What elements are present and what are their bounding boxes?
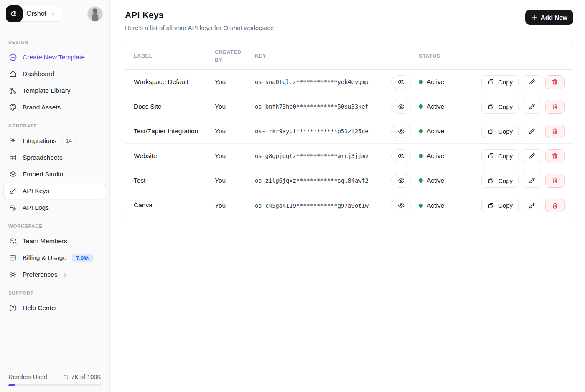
sidebar-item-label: Template Library — [23, 87, 71, 94]
updown-chevron-icon — [50, 11, 56, 17]
copy-label: Copy — [498, 202, 513, 209]
pencil-icon — [528, 202, 536, 209]
reveal-key-button[interactable] — [391, 125, 411, 138]
delete-key-button[interactable] — [545, 174, 565, 188]
sidebar-item-api-keys[interactable]: API Keys — [3, 183, 106, 199]
sidebar-item-dashboard[interactable]: Dashboard — [3, 66, 106, 82]
copy-key-button[interactable]: Copy — [481, 174, 519, 188]
sidebar-item-embed-studio[interactable]: Embed Studio — [3, 166, 106, 183]
layers-icon — [9, 170, 17, 178]
status-badge: Active — [419, 78, 481, 86]
renders-usage-panel: Renders Used 7K of 100K — [0, 367, 109, 392]
usage-percent-badge: 7.0% — [72, 254, 93, 262]
copy-key-button[interactable]: Copy — [481, 125, 519, 138]
copy-label: Copy — [498, 153, 513, 160]
status-dot — [419, 204, 423, 208]
eye-icon — [397, 78, 405, 86]
reveal-key-button[interactable] — [391, 100, 411, 114]
sidebar-item-label: API Logs — [23, 204, 49, 211]
sidebar-item-brand-assets[interactable]: Brand Assets — [3, 99, 106, 116]
edit-key-button[interactable] — [522, 100, 542, 114]
edit-key-button[interactable] — [522, 125, 542, 138]
key-label: Workspace Default — [134, 77, 215, 87]
key-label: Test/Zapier Integration — [134, 127, 215, 136]
reveal-key-button[interactable] — [391, 149, 411, 163]
pencil-icon — [528, 103, 536, 110]
status-dot — [419, 129, 423, 133]
section-title-generate: GENERATE — [3, 116, 106, 132]
copy-key-button[interactable]: Copy — [481, 149, 519, 163]
delete-key-button[interactable] — [545, 149, 565, 163]
key-label: Canva — [134, 201, 215, 210]
workspace-name: Orshot — [26, 10, 46, 18]
sidebar-item-label: Help Center — [23, 304, 57, 312]
sidebar-item-billing-usage[interactable]: Billing & Usage 7.0% — [3, 249, 106, 266]
copy-icon — [487, 127, 495, 135]
status-dot — [419, 178, 423, 183]
sidebar-item-integrations[interactable]: Integrations 14 — [3, 132, 106, 149]
sidebar-nav: DESIGN Create New Template Dashboard Tem… — [0, 28, 109, 367]
sidebar-item-label: Spreadsheets — [23, 154, 63, 161]
eye-icon — [397, 152, 405, 160]
delete-key-button[interactable] — [545, 75, 565, 89]
workspace-selector[interactable]: Orshot — [17, 6, 61, 22]
reveal-key-button[interactable] — [391, 199, 411, 212]
sidebar-item-spreadsheets[interactable]: Spreadsheets — [3, 149, 106, 166]
masked-api-key: os-irkr9ayul************p51zf25ce — [255, 128, 369, 135]
masked-api-key: os-sna0tqlez************yek4eygmp — [255, 79, 369, 85]
status-dot — [419, 154, 423, 158]
copy-key-button[interactable]: Copy — [481, 100, 519, 114]
sidebar-item-team-members[interactable]: Team Members — [3, 233, 106, 249]
column-header-label: LABEL — [134, 52, 215, 60]
created-by: You — [215, 152, 255, 160]
add-new-button[interactable]: Add New — [525, 10, 573, 25]
edit-key-button[interactable] — [522, 174, 542, 188]
delete-key-button[interactable] — [545, 100, 565, 114]
credit-card-icon — [9, 254, 17, 262]
delete-key-button[interactable] — [545, 125, 565, 138]
home-icon — [9, 70, 17, 78]
user-avatar[interactable] — [87, 6, 103, 22]
masked-api-key: os-bnfh73hb0************50su33kef — [255, 103, 369, 110]
sidebar-item-help-center[interactable]: Help Center — [3, 300, 106, 316]
table-row: Docs Site You os-bnfh73hb0************50… — [125, 94, 573, 119]
help-circle-icon — [9, 304, 17, 312]
sidebar-item-create-new-template[interactable]: Create New Template — [3, 49, 106, 66]
trash-icon — [551, 103, 559, 110]
page-subtitle: Here's a list of all your API keys for O… — [125, 24, 274, 31]
edit-key-button[interactable] — [522, 75, 542, 89]
reveal-key-button[interactable] — [391, 174, 411, 188]
copy-key-button[interactable]: Copy — [481, 75, 519, 89]
eye-icon — [397, 127, 405, 135]
copy-label: Copy — [498, 128, 513, 135]
users-icon — [9, 237, 17, 245]
copy-icon — [487, 78, 495, 86]
copy-icon — [487, 152, 495, 160]
copy-icon — [487, 202, 495, 209]
eye-icon — [397, 103, 405, 111]
sidebar-item-preferences[interactable]: Preferences — [3, 266, 106, 283]
pencil-icon — [528, 152, 536, 160]
integrations-count-badge: 14 — [62, 137, 76, 145]
sidebar-item-label: API Keys — [23, 187, 49, 195]
main-content: API Keys Here's a list of all your API k… — [110, 0, 585, 392]
reveal-key-button[interactable] — [391, 75, 411, 89]
renders-progress-track — [8, 384, 101, 386]
orshot-logo-icon — [6, 5, 23, 22]
edit-key-button[interactable] — [522, 149, 542, 163]
info-icon — [63, 374, 69, 380]
table-header-row: LABEL CREATED BY KEY STATUS — [125, 43, 573, 70]
copy-key-button[interactable]: Copy — [481, 199, 519, 212]
sidebar-item-api-logs[interactable]: API Logs — [3, 199, 106, 216]
sidebar-item-template-library[interactable]: Template Library — [3, 82, 106, 99]
eye-icon — [397, 201, 405, 209]
copy-label: Copy — [498, 103, 513, 110]
gear-icon — [9, 270, 17, 279]
eye-icon — [397, 177, 405, 185]
created-by: You — [215, 103, 255, 110]
delete-key-button[interactable] — [545, 199, 565, 212]
column-header-status: STATUS — [419, 52, 481, 60]
sidebar-item-label: Integrations — [23, 137, 56, 145]
status-dot — [419, 104, 423, 109]
edit-key-button[interactable] — [522, 199, 542, 212]
